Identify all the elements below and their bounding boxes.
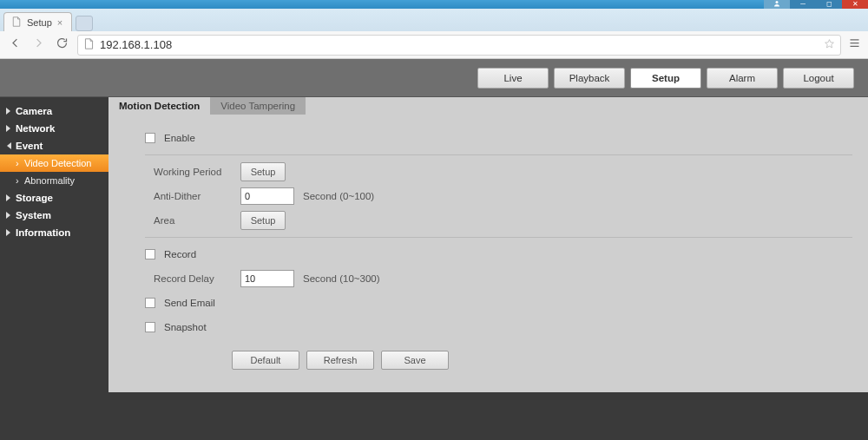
topnav-playback[interactable]: Playback <box>554 68 625 89</box>
sidebar-item-event[interactable]: Event <box>0 137 108 154</box>
anti-dither-hint: Second (0~100) <box>303 191 374 201</box>
snapshot-checkbox[interactable] <box>145 322 155 332</box>
working-period-label: Working Period <box>154 167 240 177</box>
topnav-logout[interactable]: Logout <box>783 68 854 89</box>
panel-tabs: Motion Detection Video Tampering <box>108 97 868 115</box>
area-label: Area <box>154 215 240 226</box>
forward-icon[interactable] <box>30 35 47 55</box>
top-nav-bar: Live Playback Setup Alarm Logout <box>0 59 868 97</box>
sidebar-item-label: Video Detection <box>24 158 91 168</box>
tab-close-icon[interactable]: × <box>57 17 62 28</box>
chevron-right-icon <box>5 210 12 220</box>
sidebar-item-label: Network <box>16 123 55 134</box>
save-button[interactable]: Save <box>381 351 449 370</box>
bookmark-star-icon[interactable] <box>824 37 835 53</box>
topnav-live[interactable]: Live <box>477 68 549 89</box>
sidebar-item-label: Camera <box>16 106 52 116</box>
browser-tab-title: Setup <box>27 17 52 28</box>
sidebar-item-information[interactable]: Information <box>0 224 108 241</box>
chrome-menu-icon[interactable] <box>848 36 861 53</box>
sidebar-item-label: Event <box>16 141 43 151</box>
site-info-icon[interactable] <box>83 37 95 53</box>
tab-strip: Setup × <box>0 9 868 31</box>
sidebar-item-camera[interactable]: Camera <box>0 102 108 120</box>
chevron-right-icon <box>5 227 12 238</box>
maximize-icon[interactable]: ◻ <box>816 0 842 9</box>
window-titlebar: ─ ◻ ✕ <box>0 0 868 9</box>
separator <box>145 237 852 238</box>
sidebar-item-label: System <box>16 210 51 220</box>
reload-icon[interactable] <box>54 35 70 55</box>
chevron-right-icon: › <box>16 175 21 186</box>
page-icon <box>11 16 22 29</box>
chevron-right-icon <box>5 193 12 203</box>
sidebar-sub-abnormality[interactable]: › Abnormality <box>0 172 108 189</box>
page-root: Live Playback Setup Alarm Logout Camera … <box>0 59 868 440</box>
enable-checkbox[interactable] <box>145 133 155 143</box>
default-button[interactable]: Default <box>232 351 299 370</box>
record-checkbox[interactable] <box>145 249 155 259</box>
chevron-right-icon: › <box>16 158 21 168</box>
sidebar-item-network[interactable]: Network <box>0 120 108 137</box>
anti-dither-label: Anti-Dither <box>154 191 240 201</box>
sidebar-item-storage[interactable]: Storage <box>0 189 108 207</box>
sidebar-item-system[interactable]: System <box>0 207 108 224</box>
working-period-setup-button[interactable]: Setup <box>240 162 286 181</box>
snapshot-label: Snapshot <box>164 322 207 332</box>
tab-motion-detection[interactable]: Motion Detection <box>108 97 210 115</box>
minimize-icon[interactable]: ─ <box>790 0 816 9</box>
svg-point-0 <box>776 1 779 3</box>
record-delay-label: Record Delay <box>154 273 240 284</box>
record-delay-hint: Second (10~300) <box>303 273 380 284</box>
topnav-alarm[interactable]: Alarm <box>707 68 778 89</box>
back-icon[interactable] <box>7 35 23 55</box>
record-label: Record <box>164 249 196 259</box>
anti-dither-input[interactable] <box>240 187 294 205</box>
separator <box>145 154 852 155</box>
send-email-label: Send Email <box>164 298 215 308</box>
omnibox[interactable]: 192.168.1.108 <box>77 35 841 56</box>
send-email-checkbox[interactable] <box>145 298 155 308</box>
new-tab-button[interactable] <box>76 16 93 31</box>
chevron-right-icon <box>5 106 12 116</box>
enable-label: Enable <box>164 133 195 143</box>
sidebar-sub-video-detection[interactable]: › Video Detection <box>0 154 108 172</box>
user-icon[interactable] <box>764 0 790 9</box>
chevron-right-icon <box>5 123 12 134</box>
url-text: 192.168.1.108 <box>100 38 819 51</box>
refresh-button[interactable]: Refresh <box>306 351 374 370</box>
sidebar-item-label: Storage <box>16 193 53 203</box>
chevron-down-icon <box>5 141 12 151</box>
close-icon[interactable]: ✕ <box>842 0 868 9</box>
sidebar-item-label: Abnormality <box>24 175 75 186</box>
main-panel: Motion Detection Video Tampering Enable … <box>108 97 868 440</box>
sidebar-item-label: Information <box>16 227 70 238</box>
tab-video-tampering[interactable]: Video Tampering <box>210 97 306 115</box>
area-setup-button[interactable]: Setup <box>240 211 286 230</box>
topnav-setup[interactable]: Setup <box>630 68 701 89</box>
address-bar: 192.168.1.108 <box>0 31 868 59</box>
record-delay-input[interactable] <box>240 270 294 287</box>
sidebar: Camera Network Event › Video Detection ›… <box>0 97 108 440</box>
browser-tab[interactable]: Setup × <box>3 12 72 31</box>
